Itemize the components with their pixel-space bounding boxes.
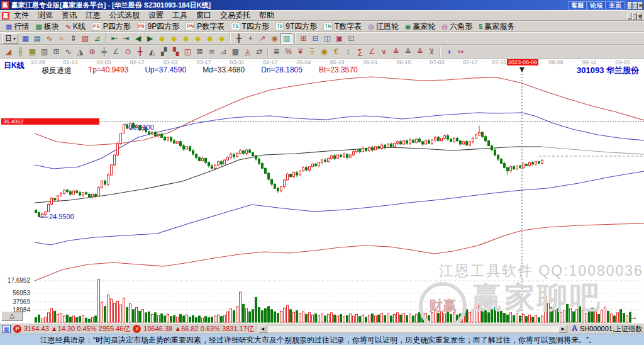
gann-marker-icon[interactable]: ◆ [204,33,216,44]
restore-button[interactable]: □ [633,2,637,9]
tool-gold-icon[interactable]: Ξ [306,47,318,57]
draw-block-icon[interactable]: ⊠ [194,47,206,57]
grid-tool-icon[interactable]: ▥ [280,33,292,44]
menu-item-窗口[interactable]: 窗口 [192,11,216,20]
draw-box-icon[interactable]: ⊞ [50,47,62,57]
child-minimize-button[interactable]: _ [627,13,631,20]
tool-range-icon[interactable]: ↕ [342,47,354,57]
tool-percent-icon[interactable]: % [282,47,294,57]
p-number-table-button[interactable]: PNP数字表 [182,21,228,31]
crosshair-tool-icon[interactable]: + [245,33,257,44]
t-number-table-button[interactable]: TNT数字表 [320,21,365,31]
draw-fan-icon[interactable]: ◭ [146,47,158,57]
t-square-button[interactable]: TST四方形 [228,21,272,31]
candles-layer[interactable] [35,122,543,218]
tool-xor-icon[interactable]: ⊻ [426,47,438,57]
child-close-button[interactable]: × [638,13,642,20]
draw-band-icon[interactable]: ▚ [170,47,182,57]
wave-view-icon[interactable]: ≈ [55,33,67,44]
homepage-button[interactable]: 主页 [606,1,625,9]
winner-service-button[interactable]: $赢家服务 [475,21,518,31]
menu-item-帮助[interactable]: 帮助 [255,11,279,20]
draw-grid-icon[interactable]: ╫ [14,47,26,57]
close-button[interactable]: × [638,2,643,9]
draw-shade-icon[interactable]: ▩ [230,47,242,57]
current-index-label[interactable]: SH000001,上证指数 [580,324,642,334]
trendline-tool-icon[interactable]: ↗ [257,33,269,44]
menu-item-资讯[interactable]: 资讯 [57,11,81,20]
winner-wheel-button[interactable]: ◉赢家轮 [402,21,439,31]
calendar-icon[interactable]: ⊞ [297,33,309,44]
draw-channel-icon[interactable]: ▞ [158,47,170,57]
gann-wheel-button[interactable]: ◎江恩轮 [365,21,402,31]
menu-item-江恩[interactable]: 江恩 [81,11,105,20]
draw-gann-angle-icon[interactable]: ∠ [110,47,122,57]
last-bar-icon[interactable]: ⇥ [120,33,132,44]
menu-item-工具[interactable]: 工具 [168,11,192,20]
gann-marker-icon[interactable]: ◆ [168,33,180,44]
draw-circle-icon[interactable]: ⊕ [86,47,98,57]
p-square-button[interactable]: PSP四方形 [89,21,134,31]
child-restore-button[interactable]: □ [632,13,636,20]
tool-sum-icon[interactable]: ∑ [354,47,366,57]
draw-apex-icon[interactable]: ◬ [242,47,253,57]
draw-wedge-icon[interactable]: ⊿ [218,47,230,57]
menu-item-交易委托[interactable]: 交易委托 [216,11,255,20]
sh-index-quote[interactable]: 3164.43 ▲14.30 0.45% 2955.46亿 [24,324,130,334]
draw-cycle-icon[interactable]: ∿ [62,47,74,57]
period-selector[interactable]: 日 ▾ [3,33,18,44]
target-tool-icon[interactable]: ◉ [269,33,280,44]
scrollbar-track[interactable] [267,325,558,333]
sz-index-quote[interactable]: 10646.38 ▲66.82 0.63% 3831.17亿 [143,324,253,334]
tool-eq-icon[interactable]: ≚ [414,47,426,57]
draw-angle-icon[interactable]: ◢ [3,47,14,57]
window-icon[interactable]: ◫ [321,33,333,44]
red-chart-icon[interactable]: ▧ [79,33,91,44]
scroll-right-btn-icon[interactable]: ► [558,325,567,333]
curve-view-icon[interactable]: ∿ [43,33,55,44]
forum-button[interactable]: 论坛 [587,1,606,9]
first-bar-icon[interactable]: ⇤ [108,33,120,44]
print-icon[interactable]: ⊡ [345,33,357,44]
market-quotes-button[interactable]: ▦行情 [3,21,32,31]
tool-levels-icon[interactable]: ≣ [270,47,282,57]
nine-t-square-button[interactable]: T99T四方形 [272,21,320,31]
gann-marker-icon[interactable]: ◆ [192,33,204,44]
calculator-icon[interactable]: ⊟ [309,33,321,44]
menu-item-公式选股[interactable]: 公式选股 [105,11,144,20]
tool-angle-icon[interactable]: ∠ [366,47,378,57]
info-view-icon[interactable]: ▤ [31,33,43,44]
chart-area[interactable]: 日K线 极反通道 Tp=40.9493 Up=37.4590 Md=33.468… [0,59,644,323]
nine-p-square-button[interactable]: P99P四方形 [134,21,182,31]
status-scrollbar[interactable]: ◄ ► [258,325,567,333]
wave-link-icon[interactable]: ∾ [455,47,467,57]
flag-icon[interactable]: ⊿ [91,33,103,44]
yinyang-icon[interactable]: ◑ [443,47,455,57]
draw-ring-icon[interactable]: ⊙ [122,47,134,57]
gann-marker-icon[interactable]: ◆ [156,33,168,44]
pane-label[interactable]: 日K线 [4,60,25,71]
hand-tool-icon[interactable]: ╋ [233,33,245,44]
support-button[interactable]: 客服 [568,1,587,9]
quote-grid-icon[interactable]: ▦ [2,325,11,333]
draw-rail-icon[interactable]: ╪ [98,47,110,57]
draw-cross-icon[interactable]: ╋ [134,47,146,57]
scroll-right-icon[interactable]: → [629,312,638,322]
tool-est-icon[interactable]: ≙ [402,47,414,57]
candle-style-icon[interactable]: ⇕ [67,33,79,44]
scroll-left-icon[interactable]: ◄ [258,325,267,333]
draw-waves-icon[interactable]: ≋ [206,47,218,57]
draw-swap-icon[interactable]: ⇄ [253,47,265,57]
tool-price-icon[interactable]: ¥ [294,47,306,57]
prev-bar-icon[interactable]: ◀ [132,33,144,44]
gann-marker-icon[interactable]: ◆ [180,33,192,44]
tool-delta-icon[interactable]: ≜ [390,47,402,57]
hexagon-button[interactable]: ◎六角形 [439,21,476,31]
menu-item-浏览[interactable]: 浏览 [33,11,57,20]
gann-marker-icon[interactable]: ◆ [216,33,228,44]
draw-net-icon[interactable]: ▦ [26,47,38,57]
draw-triangle-icon[interactable]: ◮ [74,47,86,57]
next-bar-icon[interactable]: ▶ [144,33,156,44]
kline-button[interactable]: ∿K线 [62,21,89,31]
minimize-button[interactable]: _ [628,2,632,9]
